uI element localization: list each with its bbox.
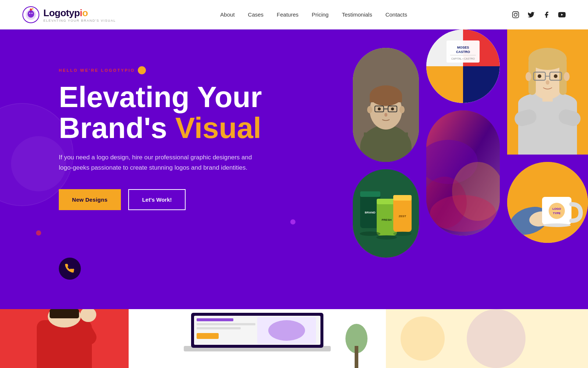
- hero-description: If you need a logo design, hire our prof…: [59, 152, 265, 173]
- svg-point-38: [376, 235, 397, 240]
- strip-right-image: [386, 309, 588, 368]
- hero-section: HELLO WE'RE LOGOTYPIO Elevating Your Bra…: [0, 29, 588, 309]
- hero-heading: Elevating Your Brand's Visual: [59, 82, 265, 144]
- person1-image: [353, 48, 419, 162]
- svg-point-19: [367, 106, 372, 113]
- instagram-icon[interactable]: [512, 11, 520, 19]
- svg-text:CASTRO: CASTRO: [456, 50, 470, 54]
- svg-rect-29: [360, 191, 380, 197]
- strip-white: [129, 309, 386, 368]
- svg-point-80: [543, 223, 571, 227]
- youtube-icon[interactable]: [558, 11, 566, 19]
- svg-point-101: [467, 309, 526, 368]
- svg-point-77: [549, 203, 565, 219]
- svg-point-96: [268, 320, 305, 341]
- hero-content: HELLO WE'RE LOGOTYPIO Elevating Your Bra…: [59, 66, 265, 210]
- red-person-image: [0, 309, 129, 368]
- svg-rect-8: [513, 12, 519, 18]
- dot-purple: [290, 219, 295, 224]
- svg-point-39: [393, 231, 412, 236]
- facebook-icon[interactable]: [542, 11, 551, 19]
- svg-text:ZEST: ZEST: [399, 215, 406, 218]
- laptop-image: [129, 309, 386, 368]
- svg-point-100: [401, 316, 445, 361]
- dot-pink: [36, 230, 41, 236]
- col1-images: BRAND FRESH ZEST: [353, 48, 419, 258]
- logo[interactable]: Logotypio ELEVATING YOUR BRAND'S VISUAL: [22, 6, 116, 24]
- svg-rect-92: [197, 323, 255, 325]
- svg-point-10: [517, 13, 518, 14]
- svg-rect-98: [355, 346, 358, 368]
- col3-images: LOGO TYPE: [507, 29, 588, 243]
- lets-work-button[interactable]: Let's Work!: [128, 189, 186, 210]
- nav-item-cases[interactable]: Cases: [248, 11, 264, 18]
- social-icons: [512, 11, 566, 19]
- woman-image: [507, 29, 588, 155]
- bottom-strip: [0, 309, 588, 368]
- svg-rect-86: [50, 309, 79, 318]
- hero-label: HELLO WE'RE LOGOTYPIO: [59, 66, 265, 74]
- svg-text:LOGO: LOGO: [552, 207, 561, 210]
- cans-image: BRAND FRESH ZEST: [353, 169, 419, 258]
- svg-text:BRAND: BRAND: [365, 211, 376, 214]
- svg-point-66: [538, 74, 541, 78]
- hero-heading-line1: Elevating Your: [59, 81, 262, 113]
- svg-point-62: [564, 72, 570, 81]
- svg-point-6: [32, 8, 33, 10]
- phone-button[interactable]: [59, 258, 81, 280]
- svg-rect-60: [529, 58, 566, 67]
- nav-item-about[interactable]: About: [220, 11, 234, 18]
- gradient-arch: [426, 110, 500, 236]
- col2-images: MOSES CASTRO CAPITAL • CASTRO: [426, 29, 500, 236]
- svg-point-61: [526, 72, 531, 81]
- deco-circle-left2: [11, 136, 66, 191]
- logo-name: Logotypio: [43, 7, 116, 19]
- svg-point-37: [360, 231, 380, 236]
- svg-point-9: [514, 13, 517, 16]
- svg-text:TYPE: TYPE: [553, 212, 561, 215]
- svg-point-5: [30, 8, 32, 11]
- new-designs-button[interactable]: New Designs: [59, 189, 121, 210]
- svg-text:MOSES: MOSES: [457, 46, 469, 49]
- strip-peach: [386, 309, 588, 368]
- svg-point-20: [399, 106, 405, 113]
- svg-point-67: [554, 74, 557, 78]
- svg-rect-14: [364, 132, 408, 162]
- twitter-icon[interactable]: [527, 11, 535, 19]
- svg-point-25: [391, 107, 394, 110]
- nav-links: About Cases Features Pricing Testimonial…: [220, 11, 407, 18]
- svg-rect-94: [197, 333, 219, 339]
- hero-buttons: New Designs Let's Work!: [59, 189, 265, 210]
- svg-point-68: [546, 80, 549, 85]
- design-circle: MOSES CASTRO CAPITAL • CASTRO: [426, 29, 500, 103]
- navbar: Logotypio ELEVATING YOUR BRAND'S VISUAL …: [0, 0, 588, 29]
- svg-rect-91: [197, 318, 233, 321]
- label-dot: [138, 66, 146, 74]
- strip-red: [0, 309, 129, 368]
- svg-rect-35: [393, 195, 412, 201]
- nav-item-features[interactable]: Features: [277, 11, 298, 18]
- nav-item-contacts[interactable]: Contacts: [386, 11, 407, 18]
- phone-icon: [65, 264, 75, 273]
- hero-heading-line2: Brand's Visual: [59, 112, 261, 144]
- svg-point-4: [32, 13, 33, 14]
- svg-rect-18: [370, 95, 402, 102]
- svg-text:CAPITAL • CASTRO: CAPITAL • CASTRO: [451, 57, 475, 60]
- logo-icon: [22, 6, 40, 24]
- svg-rect-93: [197, 327, 241, 329]
- nav-item-pricing[interactable]: Pricing: [312, 11, 329, 18]
- svg-text:FRESH: FRESH: [381, 218, 391, 222]
- hero-heading-accent: Visual: [175, 112, 261, 144]
- svg-point-24: [378, 107, 381, 110]
- image-grid: BRAND FRESH ZEST: [331, 29, 588, 309]
- nav-item-testimonials[interactable]: Testimonials: [342, 11, 372, 18]
- mug-image: LOGO TYPE: [507, 162, 588, 243]
- svg-point-3: [29, 13, 31, 14]
- svg-point-26: [384, 113, 387, 117]
- logo-text-wrap: Logotypio ELEVATING YOUR BRAND'S VISUAL: [43, 7, 116, 22]
- logo-tagline: ELEVATING YOUR BRAND'S VISUAL: [43, 19, 116, 22]
